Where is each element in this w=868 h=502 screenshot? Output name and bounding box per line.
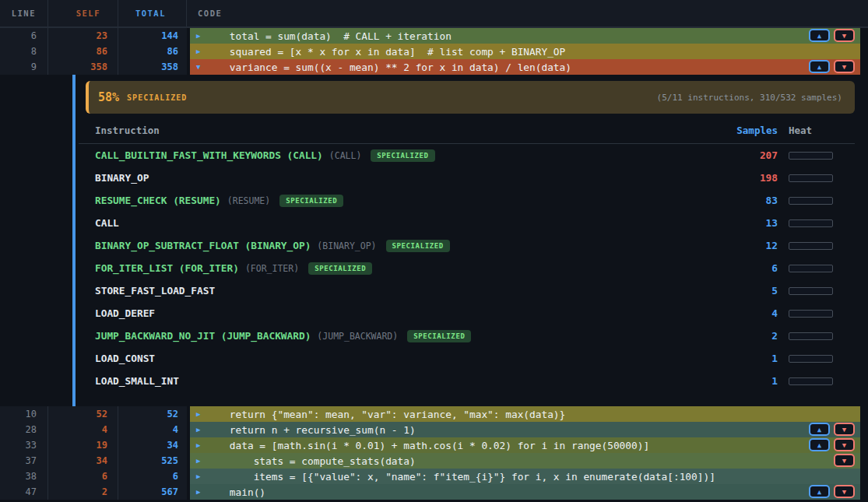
instruction-base-name: (RESUME): [227, 195, 270, 206]
line-number: 28: [0, 422, 48, 437]
code-line-row: 6 23 144 ▶ total = sum(data) # CALL + it…: [0, 28, 868, 44]
heat-bar: [789, 174, 833, 182]
code-cell[interactable]: ▶ stats = compute_stats(data) ▲ ▼: [190, 453, 860, 469]
code-cell[interactable]: ▶ return n + recursive_sum(n - 1) ▲ ▼: [190, 422, 860, 437]
jump-up-button[interactable]: ▲: [809, 60, 830, 73]
jump-up-button[interactable]: ▲: [809, 423, 830, 436]
jump-up-button[interactable]: ▲: [809, 485, 830, 498]
right-gutter: [860, 406, 868, 422]
code-cell[interactable]: ▶ return {"mean": mean, "var": variance,…: [190, 406, 860, 422]
expander-icon[interactable]: ▶: [196, 457, 206, 465]
code-line-row: 33 19 34 ▶ data = [math.sin(i * 0.01) + …: [0, 437, 868, 453]
instruction-samples: 12: [723, 240, 778, 251]
expander-icon[interactable]: ▶: [196, 47, 206, 55]
self-samples-value: 2: [48, 484, 118, 500]
specialized-badge: SPECIALIZED: [407, 330, 471, 342]
jump-up-button[interactable]: ▲: [809, 438, 830, 451]
instruction-row: LOAD_SMALL_INT 1: [76, 370, 868, 392]
code-text: items = [{"value": x, "name": f"item_{i}…: [206, 471, 715, 483]
total-samples-value: 6: [118, 469, 187, 484]
instruction-name-group: RESUME_CHECK (RESUME) (RESUME) SPECIALIZ…: [95, 195, 723, 207]
jump-down-button[interactable]: ▼: [834, 29, 855, 42]
expander-icon[interactable]: ▶: [196, 410, 206, 418]
expander-icon[interactable]: ▶: [196, 472, 206, 480]
total-samples-value: 86: [118, 44, 187, 59]
heat-bar: [789, 332, 833, 340]
expander-icon[interactable]: ▶: [196, 426, 206, 434]
line-number: 33: [0, 437, 48, 453]
row-nav-buttons: ▲ ▼: [809, 485, 855, 498]
instruction-samples: 2: [723, 330, 778, 342]
specialized-percent: 58%: [98, 90, 119, 104]
instruction-samples: 6: [723, 262, 778, 274]
instruction-rows: CALL_BUILTIN_FAST_WITH_KEYWORDS (CALL) (…: [76, 144, 868, 392]
instruction-table-header: Instruction Samples Heat: [79, 125, 855, 144]
instruction-row: CALL_BUILTIN_FAST_WITH_KEYWORDS (CALL) (…: [76, 144, 868, 167]
jump-down-button[interactable]: ▼: [834, 438, 855, 451]
down-arrow-icon: ▼: [842, 457, 846, 465]
instruction-name: RESUME_CHECK (RESUME): [95, 195, 221, 206]
self-samples-value: 52: [48, 406, 118, 422]
line-number: 9: [0, 59, 48, 75]
instruction-name-group: BINARY_OP_SUBTRACT_FLOAT (BINARY_OP) (BI…: [95, 240, 723, 252]
jump-down-button[interactable]: ▼: [834, 423, 855, 436]
instruction-name-group: FOR_ITER_LIST (FOR_ITER) (FOR_ITER) SPEC…: [95, 262, 723, 275]
code-text: return n + recursive_sum(n - 1): [206, 424, 416, 436]
specialized-badge: SPECIALIZED: [371, 149, 434, 162]
expander-icon[interactable]: ▶: [196, 441, 206, 449]
down-arrow-icon: ▼: [842, 441, 846, 449]
instruction-row: RESUME_CHECK (RESUME) (RESUME) SPECIALIZ…: [76, 189, 868, 212]
instruction-samples: 1: [723, 375, 778, 387]
code-text: variance = sum((x - mean) ** 2 for x in …: [206, 61, 571, 73]
specialized-badge: SPECIALIZED: [386, 240, 450, 252]
code-cell[interactable]: ▶ items = [{"value": x, "name": f"item_{…: [190, 469, 860, 484]
self-samples-value: 358: [48, 59, 118, 75]
instruction-row: LOAD_DEREF 4: [76, 302, 868, 325]
code-rows-bottom: 10 52 52 ▶ return {"mean": mean, "var": …: [0, 406, 868, 500]
jump-down-button[interactable]: ▼: [834, 485, 855, 498]
header-self-column: SELF: [48, 0, 118, 26]
down-arrow-icon: ▼: [842, 63, 846, 71]
instruction-row: JUMP_BACKWARD_NO_JIT (JUMP_BACKWARD) (JU…: [76, 325, 868, 347]
right-gutter: [860, 422, 868, 437]
instruction-name: LOAD_SMALL_INT: [95, 375, 179, 387]
heat-bar: [789, 377, 833, 385]
code-cell[interactable]: ▶ data = [math.sin(i * 0.01) + math.cos(…: [190, 437, 860, 453]
down-arrow-icon: ▼: [842, 488, 846, 496]
right-gutter: [860, 44, 868, 59]
instruction-name-group: LOAD_DEREF: [95, 307, 723, 319]
total-samples-value: 144: [118, 28, 187, 44]
right-gutter: [860, 437, 868, 453]
line-number: 38: [0, 469, 48, 484]
jump-down-button[interactable]: ▼: [834, 454, 855, 467]
instruction-name-group: LOAD_CONST: [95, 353, 723, 364]
instruction-name: STORE_FAST_LOAD_FAST: [95, 285, 215, 297]
code-text: data = [math.sin(i * 0.01) + math.cos(i …: [206, 440, 649, 451]
code-cell[interactable]: ▶ main() ▲ ▼: [190, 484, 860, 500]
heat-bar: [789, 152, 833, 160]
code-cell[interactable]: ▶ squared = [x * x for x in data] # list…: [190, 44, 860, 59]
total-samples-value: 567: [118, 484, 187, 500]
instruction-samples: 207: [723, 149, 778, 161]
self-samples-value: 23: [48, 28, 118, 44]
instruction-samples: 13: [723, 217, 778, 229]
heat-bar: [789, 242, 833, 250]
jump-up-button[interactable]: ▲: [809, 29, 830, 42]
line-number: 47: [0, 484, 48, 500]
code-rows-top: 6 23 144 ▶ total = sum(data) # CALL + it…: [0, 28, 868, 75]
expander-icon[interactable]: ▶: [196, 488, 206, 496]
header-code-column: CODE: [187, 0, 868, 26]
expander-icon[interactable]: ▶: [196, 32, 206, 40]
header-line-column: LINE: [0, 0, 48, 26]
code-line-row: 9 358 358 ▼ variance = sum((x - mean) **…: [0, 59, 868, 75]
code-cell[interactable]: ▶ total = sum(data) # CALL + iteration ▲…: [190, 28, 860, 44]
jump-down-button[interactable]: ▼: [834, 60, 855, 73]
code-cell[interactable]: ▼ variance = sum((x - mean) ** 2 for x i…: [190, 59, 860, 75]
expander-icon[interactable]: ▼: [196, 63, 206, 71]
instruction-name-group: BINARY_OP: [95, 172, 723, 184]
right-gutter: [860, 59, 868, 75]
self-samples-value: 34: [48, 453, 118, 469]
heat-bar: [789, 197, 833, 205]
instruction-sample-counts: (5/11 instructions, 310/532 samples): [657, 93, 842, 103]
code-line-row: 8 86 86 ▶ squared = [x * x for x in data…: [0, 44, 868, 59]
